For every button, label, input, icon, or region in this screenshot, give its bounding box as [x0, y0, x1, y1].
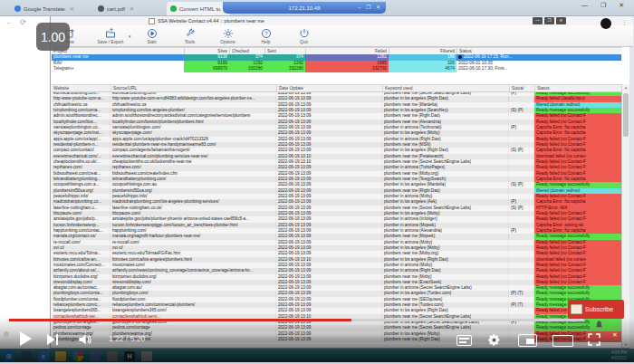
- subtitles-icon[interactable]: [456, 335, 472, 346]
- help-button[interactable]: ? Help: [247, 26, 285, 46]
- col-status[interactable]: Status: [456, 48, 621, 54]
- tab-close-icon[interactable]: ✕: [70, 5, 74, 12]
- col-checked[interactable]: Checked: [229, 48, 264, 54]
- convert-pdf-icon: [170, 5, 177, 12]
- results-table: edmiscartofdriving.com... edmiscartofdri…: [52, 91, 621, 348]
- recorder-indicator-icon: [4, 331, 9, 337]
- player-controls-gradient: [0, 317, 634, 364]
- maximize-icon[interactable]: ❐: [544, 17, 554, 24]
- browser-window-buttons[interactable]: — ❐ ✕: [581, 2, 629, 9]
- settings-icon[interactable]: [487, 333, 501, 350]
- google-translate-icon: [14, 5, 21, 12]
- start-button[interactable]: Start: [133, 26, 171, 46]
- save-export-button[interactable]: Save / Export: [89, 26, 132, 46]
- col-source-url[interactable]: Source/URL: [110, 85, 276, 91]
- results-table-header: Website Source/URL Date Update Keyword u…: [52, 84, 621, 92]
- wrench-icon: [185, 28, 196, 39]
- options-button[interactable]: Options: [209, 26, 247, 46]
- zoom-level-badge: 1.00: [36, 23, 70, 51]
- project-row[interactable]: Telegram+ 999979 332280 332280 332702 46…: [52, 66, 621, 72]
- time-display: 1:22 / 5:20: [109, 334, 145, 343]
- power-icon: [299, 28, 310, 39]
- channel-logo: [571, 304, 582, 314]
- col-keyword-used[interactable]: Keyword used: [382, 85, 509, 91]
- col-project[interactable]: Project: [52, 48, 184, 54]
- col-sites[interactable]: Sites: [184, 48, 229, 54]
- theater-mode-icon[interactable]: [552, 335, 573, 347]
- quit-button[interactable]: Quit: [285, 26, 323, 46]
- save-export-icon: [105, 28, 116, 39]
- tools-button[interactable]: Tools: [171, 26, 209, 46]
- play-button[interactable]: [20, 331, 32, 346]
- scrollbar-thumb[interactable]: [623, 93, 629, 137]
- avatar[interactable]: [600, 18, 611, 29]
- tab-label: Google Translate: [24, 6, 65, 12]
- video-player-frame: Google Translate ✕ cart.pdf ✕ Convert HT…: [0, 0, 634, 364]
- col-sent[interactable]: Sent: [264, 48, 305, 54]
- rdp-connection-bar[interactable]: 172.21.10.48 – ❐ ✕: [223, 2, 386, 14]
- app-window-controls[interactable]: — ❐ ✕: [533, 17, 566, 24]
- tab-label: Convert HTML to PDF Online: [179, 6, 221, 12]
- gear-icon: [223, 28, 234, 39]
- tab-label: cart.pdf: [107, 6, 125, 12]
- next-button[interactable]: [47, 334, 58, 345]
- col-social[interactable]: Social: [509, 85, 534, 91]
- col-filtered[interactable]: Filtered: [389, 48, 456, 54]
- subscribe-button[interactable]: Subscribe: [568, 300, 624, 319]
- close-icon[interactable]: ✕: [556, 17, 566, 24]
- overlay-close-icon[interactable]: ✕: [612, 331, 618, 339]
- page-scrollbar[interactable]: [629, 15, 634, 349]
- col-status[interactable]: Status: [534, 85, 621, 91]
- browser-nav-icons[interactable]: ← ⟳: [5, 18, 29, 26]
- projects-table: plumbers near me 9138 374 374 1361 196 2…: [52, 54, 621, 72]
- volume-icon[interactable]: [78, 333, 92, 350]
- pdf-file-icon: [98, 5, 104, 12]
- app-toolbar: New Save / Export ▾ Start Tools Options …: [51, 25, 633, 47]
- app-icon: [149, 18, 155, 24]
- fullscreen-icon[interactable]: [587, 332, 601, 350]
- kebab-menu-icon[interactable]: ⋮: [621, 19, 628, 26]
- col-date-update[interactable]: Date Update: [276, 85, 382, 91]
- help-icon: ?: [261, 28, 272, 39]
- info-icon: [458, 55, 462, 59]
- chevron-down-icon[interactable]: ▾: [129, 34, 131, 39]
- tab-google-translate[interactable]: Google Translate ✕: [11, 2, 94, 15]
- tab-close-icon[interactable]: ✕: [130, 5, 134, 12]
- tab-convert-html-pdf[interactable]: Convert HTML to PDF Online: [167, 2, 230, 15]
- scroll-up-icon[interactable]: ▲: [622, 84, 629, 91]
- minimize-icon[interactable]: —: [533, 17, 543, 24]
- rdp-window-buttons[interactable]: – ❐ ✕: [358, 4, 382, 10]
- col-failed[interactable]: Failed: [305, 48, 389, 54]
- app-title: SSA Website Contact v4.44 :: plumbers ne…: [158, 18, 264, 24]
- svg-text:?: ?: [264, 31, 267, 36]
- tab-cart-pdf[interactable]: cart.pdf ✕: [94, 2, 168, 15]
- start-icon: [147, 28, 158, 39]
- rdp-address: 172.21.10.48: [288, 5, 320, 11]
- miniplayer-icon[interactable]: [518, 334, 537, 347]
- col-website[interactable]: Website: [52, 85, 110, 91]
